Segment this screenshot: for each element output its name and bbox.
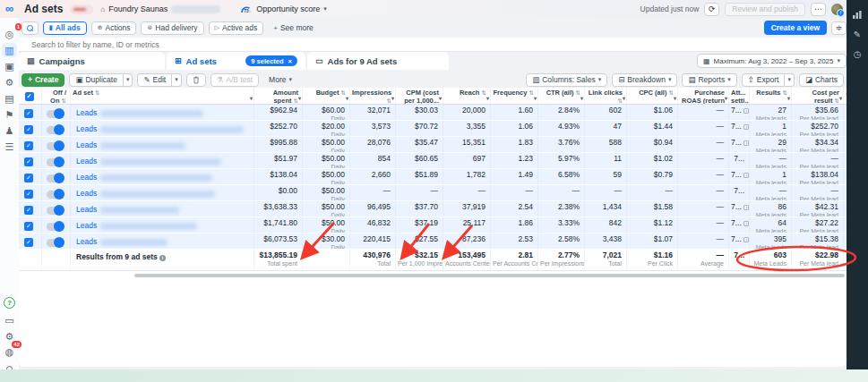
sort-icon[interactable]: ⇅ — [576, 89, 580, 96]
search-input[interactable] — [31, 40, 300, 49]
sort-icon[interactable]: ⇅ — [482, 89, 486, 96]
off-on-toggle[interactable] — [47, 174, 64, 183]
shortcuts-icon[interactable]: ◎1 — [2, 27, 17, 41]
ads-manager-icon[interactable]: ▥ — [2, 43, 17, 57]
column-dropdown-icon[interactable]: ▾ — [725, 96, 727, 102]
notifications-icon[interactable]: ◍42 — [2, 344, 17, 359]
ad-set-link[interactable]: Leads — [76, 190, 97, 199]
column-header-link-clicks[interactable]: Link clicks ⇅▾ — [585, 88, 627, 104]
table-row[interactable]: ✓Leads$138.04$50.00Daily2,660$51.891,782… — [19, 169, 847, 185]
create-view-button[interactable]: Create a view — [764, 21, 827, 35]
horizontal-scrollbar[interactable] — [134, 274, 845, 277]
column-dropdown-icon[interactable]: ▾ — [486, 96, 489, 102]
table-row[interactable]: ✓Leads$252.70$20.00Daily3,573$70.723,355… — [19, 121, 847, 137]
user-management-icon[interactable]: ♟ — [2, 123, 17, 138]
column-dropdown-icon[interactable]: ▾ — [839, 96, 842, 102]
export-dropdown[interactable]: ▾ — [785, 73, 795, 87]
row-checkbox[interactable]: ✓ — [24, 141, 33, 150]
filter-active-ads[interactable]: ▷ Active ads — [209, 21, 264, 35]
column-dropdown-icon[interactable]: ▾ — [623, 96, 625, 102]
billing-icon[interactable]: ▤ — [2, 91, 17, 106]
column-dropdown-icon[interactable]: ▾ — [580, 96, 583, 102]
column-header-ctr-all[interactable]: CTR (all) ⇅▾ — [538, 88, 585, 104]
duplicate-button[interactable]: ▣Duplicate — [69, 73, 123, 87]
date-range-picker[interactable]: ▦ Maximum: Aug 3, 2022 – Sep 3, 2025 ▾ — [697, 54, 847, 68]
filter-actions[interactable]: ⊕ Actions — [91, 21, 137, 35]
table-row[interactable]: ✓Leads$1,741.80$50.00Daily46,832$37.1925… — [19, 217, 847, 233]
more-options-button[interactable]: ⋯ — [811, 3, 826, 16]
column-dropdown-icon[interactable]: ▾ — [250, 96, 253, 102]
sort-icon[interactable]: ⇅ — [95, 89, 99, 96]
off-on-toggle[interactable] — [47, 110, 64, 118]
column-header-results[interactable]: Results ⇅▾ — [750, 88, 792, 104]
column-header-amount-spent[interactable]: Amount spent ⇅▾ — [254, 88, 303, 104]
column-dropdown-icon[interactable]: ▾ — [298, 96, 301, 102]
refresh-button[interactable]: ⟳ — [704, 3, 719, 16]
column-dropdown-icon[interactable]: ▾ — [391, 96, 394, 102]
column-header-budget[interactable]: Budget ⇅▾ — [303, 88, 350, 104]
row-checkbox[interactable]: ✓ — [24, 109, 33, 118]
all-tools-icon[interactable]: ☰ — [2, 140, 17, 154]
column-header-ad-set[interactable]: Ad set ⇅▾ — [71, 88, 254, 104]
column-header-impressions[interactable]: Impressions ⇅▾ — [350, 88, 396, 104]
export-button[interactable]: ⇧Export — [742, 73, 786, 87]
tab-campaigns[interactable]: ▤ Campaigns — [19, 52, 165, 70]
account-selector[interactable]: ⌂ Foundry Saunas — [100, 4, 220, 13]
column-header-purchase-roas[interactable]: Purchase ROAS (return on ad... ▾ — [678, 88, 729, 104]
select-all-checkbox[interactable]: ✓ — [25, 92, 34, 101]
row-checkbox[interactable]: ✓ — [24, 157, 33, 166]
meta-logo-icon[interactable]: ∞ — [0, 0, 19, 18]
help-icon[interactable]: ? — [2, 295, 17, 310]
create-button[interactable]: +Create — [21, 73, 64, 87]
row-checkbox[interactable]: ✓ — [24, 125, 33, 134]
column-header-frequency[interactable]: Frequency ⇅▾ — [491, 88, 538, 104]
table-row[interactable]: ✓Leads$6,073.53$30.00Daily220,415$27.558… — [19, 233, 847, 250]
filter-had-delivery[interactable]: ⊜ Had delivery — [141, 21, 203, 35]
row-checkbox[interactable]: ✓ — [24, 222, 33, 231]
table-row[interactable]: ✓Leads$3,638.33$50.00Daily96,495$37.7037… — [19, 201, 847, 217]
off-on-toggle[interactable] — [47, 223, 64, 231]
info-icon[interactable]: i — [159, 255, 166, 261]
row-checkbox[interactable]: ✓ — [24, 174, 33, 183]
ad-set-link[interactable]: Leads — [76, 206, 97, 215]
column-dropdown-icon[interactable]: ▾ — [787, 96, 790, 102]
sort-icon[interactable]: ⇅ — [529, 89, 534, 96]
column-header-cost-per-result[interactable]: Cost per result ⇅▾ — [792, 88, 844, 104]
ad-set-link[interactable]: Leads — [76, 109, 97, 118]
business-settings-icon[interactable]: ⚙ — [2, 75, 17, 89]
off-on-toggle[interactable] — [47, 142, 64, 150]
tab-ad-sets[interactable]: ⊞ Ad sets 9 selected × — [167, 52, 305, 70]
tab-ads[interactable]: ▭ Ads for 9 Ad sets — [307, 52, 449, 70]
avatar[interactable] — [831, 4, 843, 15]
delete-button[interactable] — [186, 73, 206, 87]
ad-set-link[interactable]: Leads — [76, 141, 97, 150]
image-icon[interactable]: ▭ — [2, 313, 17, 327]
off-on-toggle[interactable] — [47, 191, 64, 199]
ad-set-link[interactable]: Leads — [76, 157, 97, 166]
duplicate-dropdown[interactable]: ▾ — [124, 73, 133, 87]
ad-set-link[interactable]: Leads — [76, 238, 97, 247]
column-dropdown-icon[interactable]: ▾ — [346, 96, 348, 102]
history-icon[interactable]: ◷ — [850, 47, 864, 61]
sort-icon[interactable]: ⇅ — [62, 98, 66, 104]
ab-test-button[interactable]: ⚗A/B test — [211, 73, 259, 87]
edit-button[interactable]: ✎Edit — [137, 73, 172, 87]
breakdown-button[interactable]: ⊟Breakdown▾ — [612, 73, 677, 87]
ad-set-link[interactable]: Leads — [76, 125, 97, 134]
edit-dropdown[interactable]: ▾ — [172, 73, 182, 87]
off-on-toggle[interactable] — [47, 239, 64, 247]
table-row[interactable]: ✓Leads$962.94$60.00Daily32,071$30.0320,0… — [19, 105, 847, 121]
ad-set-link[interactable]: Leads — [76, 222, 97, 231]
table-row[interactable]: ✓Leads$0.00$50.00Daily————————7... —Meta… — [19, 185, 847, 201]
off-on-toggle[interactable] — [47, 207, 64, 215]
table-row[interactable]: ✓Leads$995.88$50.00Daily28,076$35.4715,3… — [19, 137, 847, 153]
column-header-cpm[interactable]: CPM (cost per 1,000... ▾ — [396, 88, 443, 104]
column-header-reach[interactable]: Reach ⇅▾ — [443, 88, 491, 104]
columns-button[interactable]: ▥Columns: Sales▾ — [526, 73, 607, 87]
review-publish-button[interactable]: Review and publish — [725, 3, 805, 16]
charts-button[interactable]: ◪Charts — [799, 73, 844, 87]
opportunity-score[interactable]: 73 Opportunity score ▾ — [240, 4, 327, 13]
filter-see-more[interactable]: + See more — [268, 21, 319, 35]
column-header-off-on[interactable]: Off / On ⇅ — [42, 88, 71, 104]
row-checkbox[interactable]: ✓ — [24, 206, 33, 215]
